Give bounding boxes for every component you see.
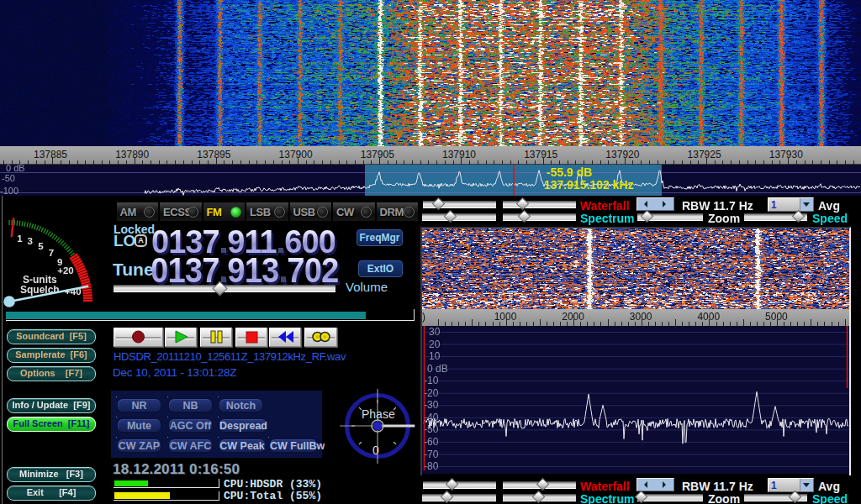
svg-text:1: 1: [17, 234, 23, 244]
svg-text:5: 5: [38, 241, 44, 251]
svg-text:3: 3: [28, 236, 33, 246]
svg-text:7: 7: [49, 248, 54, 258]
svg-text:+20: +20: [57, 265, 74, 276]
